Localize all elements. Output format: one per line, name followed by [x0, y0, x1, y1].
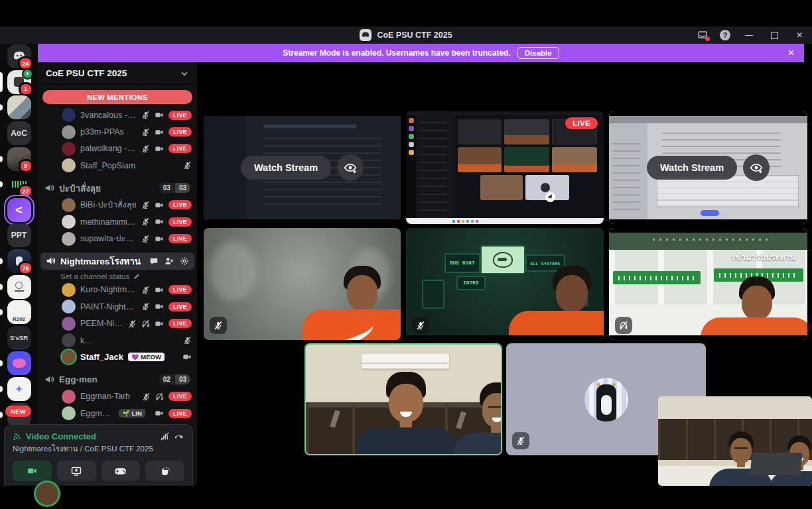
voice-channel-nightmares[interactable]: Nightmaresโรงทาน: [40, 253, 194, 270]
camera-icon: [155, 111, 164, 119]
voice-member-row[interactable]: PAINT-Nightmare... LIVE: [38, 298, 197, 315]
server-rail: 24 1 AoC 9 27 < PPT 76 R202: [0, 44, 38, 486]
preview-stream-icon[interactable]: [743, 154, 770, 181]
camera-icon: [182, 353, 192, 361]
voice-member-row[interactable]: Eggmen-Pluem 🌱LIN LIVE: [38, 405, 197, 422]
member-name: supawita-ปะป๋าสั่ง...: [80, 232, 137, 245]
camera-tile-speaking[interactable]: [304, 343, 502, 455]
live-badge: LIVE: [565, 117, 598, 129]
stream-tile-dark-share[interactable]: Watch Stream: [204, 111, 401, 224]
member-name: p33m-PPAs: [80, 127, 137, 137]
member-name: k...: [80, 336, 178, 345]
banner-close-icon[interactable]: ✕: [787, 48, 795, 58]
server-item-home[interactable]: 24: [0, 44, 38, 70]
voice-member-row[interactable]: PEEM-Nightm... LIVE: [38, 315, 197, 332]
noise-suppression-icon[interactable]: [160, 431, 170, 441]
voice-member-row[interactable]: methinamimi - ปะ... LIVE: [38, 213, 197, 230]
server-item-ssr[interactable]: S'sSR: [0, 325, 38, 351]
server-item-r202[interactable]: R202: [0, 300, 38, 325]
live-badge: LIVE: [169, 200, 192, 209]
channel-settings-icon[interactable]: [180, 256, 189, 266]
channel-name: Egg-men: [59, 374, 155, 384]
avatar: [62, 198, 76, 212]
preview-stream-icon[interactable]: [337, 154, 364, 181]
avatar: [62, 317, 76, 331]
live-badge: LIVE: [169, 127, 192, 137]
camera-icon: [155, 286, 164, 294]
server-item-music[interactable]: 76: [0, 249, 38, 274]
watch-stream-button[interactable]: Watch Stream: [241, 156, 331, 180]
camera-icon: [155, 319, 164, 328]
voice-status-panel: Video Connected Nightmaresโรงทาน / CoE P…: [4, 424, 193, 486]
server-item-coe-psu-ctf[interactable]: 1: [0, 70, 38, 95]
voice-member-row[interactable]: Eggman-Tarh LIVE: [38, 388, 197, 405]
server-item-hoodie[interactable]: 9: [0, 146, 38, 172]
unread-dot: [0, 412, 3, 418]
screen-share-button[interactable]: [57, 461, 96, 481]
voice-member-row[interactable]: BiBi-ปะป๋าสั่งลุย LIVE: [38, 197, 197, 213]
camera-tile-member-1[interactable]: [204, 228, 401, 340]
picture-in-picture-camera[interactable]: [658, 396, 812, 486]
server-item-doodle[interactable]: [0, 274, 38, 300]
watch-stream-button[interactable]: Watch Stream: [647, 156, 737, 180]
new-mentions-pill[interactable]: NEW MENTIONS: [42, 90, 192, 104]
voice-member-row[interactable]: k...: [38, 332, 197, 349]
avatar: [62, 350, 76, 364]
stream-tile-live-share[interactable]: LIVE: [406, 111, 604, 224]
server-item-sparkle[interactable]: ✦: [0, 376, 38, 402]
channel-status-row[interactable]: Set a channel status: [38, 270, 197, 282]
soundboard-button[interactable]: [145, 461, 184, 481]
voice-member-row[interactable]: supawita-ปะป๋าสั่ง... LIVE: [38, 230, 197, 247]
server-item-pixel[interactable]: 27: [0, 172, 38, 198]
unread-badge: 1: [19, 82, 33, 96]
server-item-aoc[interactable]: AoC: [0, 121, 38, 146]
unread-dot: [0, 105, 3, 111]
voice-member-row[interactable]: Staff_PopSiam: [38, 157, 197, 174]
window-title: CoE PSU CTF 2025: [377, 30, 452, 40]
close-button[interactable]: ✕: [787, 27, 812, 44]
avatar: [62, 142, 76, 156]
voice-channel-eggmen[interactable]: Egg-men 0203: [38, 371, 197, 388]
server-item-ppt[interactable]: PPT: [0, 223, 38, 249]
voice-member-row[interactable]: palwolkang - PPAs LIVE: [38, 141, 197, 157]
unread-dot: [0, 310, 3, 315]
mic-muted-icon: [141, 217, 150, 226]
cat-avatar: [584, 378, 628, 422]
chevron-down-icon: [180, 69, 189, 78]
camera-icon: [155, 128, 164, 137]
mic-muted-badge: [210, 317, 227, 334]
mic-muted-icon: [183, 161, 192, 170]
disconnect-icon[interactable]: [174, 431, 184, 441]
member-name: Eggmen-Pluem: [80, 409, 114, 418]
voice-member-row[interactable]: Staff_Jack 💜MEOW: [38, 349, 197, 365]
stream-tile-light-share[interactable]: Watch Stream: [609, 111, 807, 224]
help-icon[interactable]: ?: [714, 27, 736, 44]
voice-member-row[interactable]: Kuro-Nightmares... LIVE: [38, 282, 197, 298]
server-item-photos[interactable]: [0, 95, 38, 121]
avatar: [62, 158, 76, 172]
invite-members-icon[interactable]: [165, 256, 174, 266]
camera-toggle-button[interactable]: [13, 461, 52, 481]
server-header[interactable]: CoE PSU CTF 2025: [38, 62, 197, 85]
person: [701, 274, 807, 340]
voice-member-row[interactable]: p33m-PPAs LIVE: [38, 123, 197, 140]
camera-tile-member-2[interactable]: BUG HUNT ALL SYSTEMS INTRO: [406, 228, 604, 340]
avatar: [62, 108, 76, 122]
minimize-button[interactable]: —: [736, 27, 762, 44]
inbox-icon[interactable]: [691, 27, 714, 44]
activities-button[interactable]: [102, 461, 141, 481]
voice-channel-papa[interactable]: ปะป๋าสั่งลุย 0303: [38, 180, 197, 197]
pencil-icon: [133, 273, 140, 280]
server-item-axolotl[interactable]: [0, 351, 38, 376]
voice-member-row[interactable]: 3vancalous - PPAs LIVE: [38, 107, 197, 123]
new-server-badge: NEW: [5, 406, 31, 417]
disable-streamer-mode-button[interactable]: Disable: [517, 47, 559, 59]
open-chat-icon[interactable]: [149, 256, 159, 266]
camera-tile-member-3[interactable]: เข้ามารับประทาน: [609, 228, 807, 340]
member-name: Eggman-Tarh: [80, 392, 137, 401]
maximize-button[interactable]: [762, 27, 787, 44]
channel-user-count: 0303: [159, 183, 190, 193]
member-name: PEEM-Nightm...: [80, 319, 123, 328]
unread-dot: [0, 258, 3, 264]
server-item-purple-k[interactable]: <: [0, 198, 38, 223]
